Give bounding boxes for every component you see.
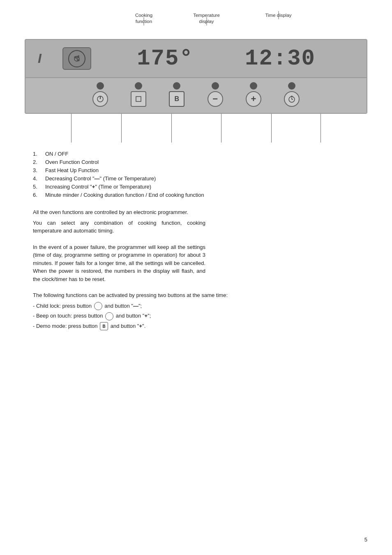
para-1-text-2: You can select any combination of cookin… xyxy=(33,219,205,235)
temperature-display-label: Temperature display xyxy=(189,12,224,25)
fast-heat-label: B xyxy=(175,95,180,103)
para-2: In the event of a power failure, the pro… xyxy=(33,243,205,283)
list-number-6: 6. xyxy=(33,192,43,198)
functions-intro: The following functions can be activated… xyxy=(33,291,367,299)
list-text-4: Decreasing Control "—" (Time or Temperat… xyxy=(45,175,156,182)
demo-btn1-icon: B xyxy=(100,322,108,330)
timer-button[interactable] xyxy=(284,91,300,107)
buttons-row: B − + xyxy=(25,78,367,113)
list-number-4: 4. xyxy=(33,175,43,182)
beep-touch-text: - Beep on touch: press button and button… xyxy=(33,312,367,320)
time-display-label: Time display xyxy=(263,12,294,18)
fast-heat-button-group: B xyxy=(169,82,184,107)
list-number-5: 5. xyxy=(33,184,43,190)
time-value: 12:30 xyxy=(223,46,338,71)
connector-4 xyxy=(221,114,221,143)
list-number-2: 2. xyxy=(33,159,43,165)
list-text-3: Fast Heat Up Function xyxy=(45,167,99,173)
button-indicator-6 xyxy=(288,82,295,90)
increase-icon: + xyxy=(251,94,256,104)
demo-mode-text: - Demo mode: press button B and button "… xyxy=(33,322,367,331)
button-indicator-2 xyxy=(135,82,142,90)
connector-6 xyxy=(321,114,321,143)
increase-button[interactable]: + xyxy=(246,91,261,107)
list-item-5: 5. Increasing Control "+" (Time or Tempe… xyxy=(33,184,367,190)
cooking-function-label: Cooking function xyxy=(129,12,158,25)
list-text-5: Increasing Control "+" (Time or Temperat… xyxy=(45,184,151,190)
cooking-function-icon xyxy=(67,50,87,68)
function-control-button[interactable] xyxy=(131,91,146,107)
decrease-button[interactable]: − xyxy=(208,91,223,107)
connector-5 xyxy=(271,114,272,143)
function-control-button-group xyxy=(131,82,146,107)
list-item-3: 3. Fast Heat Up Function xyxy=(33,167,367,173)
list-item-6: 6. Minute minder / Cooking duration func… xyxy=(33,192,367,198)
square-icon xyxy=(135,95,142,103)
para-1: All the oven functions are controlled by… xyxy=(33,208,205,235)
list-item-1: 1. ON / OFF xyxy=(33,151,367,157)
functions-section: The following functions can be activated… xyxy=(33,291,367,330)
connector-3 xyxy=(171,114,172,143)
decrease-button-group: − xyxy=(208,82,223,107)
fast-heat-button[interactable]: B xyxy=(169,91,184,107)
para-2-text: In the event of a power failure, the pro… xyxy=(33,243,205,283)
beep-btn1-icon xyxy=(105,312,113,320)
button-indicator-3 xyxy=(173,82,180,90)
list-text-1: ON / OFF xyxy=(45,151,68,157)
oven-panel: I 175° xyxy=(25,39,367,114)
on-off-button-group xyxy=(92,82,108,107)
child-lock-text: - Child lock: press button and button "—… xyxy=(33,302,367,311)
decrease-icon: − xyxy=(212,94,218,104)
list-text-6: Minute minder / Cooking duration functio… xyxy=(45,192,204,198)
timer-icon xyxy=(288,95,296,103)
page-number: 5 xyxy=(364,537,367,543)
list-text-2: Oven Function Control xyxy=(45,159,99,165)
connector-2 xyxy=(121,114,122,143)
svg-rect-4 xyxy=(136,97,141,101)
power-icon xyxy=(97,95,104,103)
connector-lines xyxy=(25,114,367,143)
temperature-value: 175° xyxy=(108,46,223,71)
list-number-3: 3. xyxy=(33,167,43,173)
list-section: 1. ON / OFF 2. Oven Function Control 3. … xyxy=(33,151,367,198)
button-indicator-4 xyxy=(212,82,219,90)
mode-indicator: I xyxy=(38,51,42,66)
increase-button-group: + xyxy=(246,82,261,107)
list-item-2: 2. Oven Function Control xyxy=(33,159,367,165)
button-indicator-1 xyxy=(97,82,104,90)
para-1-text: All the oven functions are controlled by… xyxy=(33,208,205,216)
button-indicator-5 xyxy=(250,82,257,90)
connector-1 xyxy=(71,114,71,143)
timer-button-group xyxy=(284,82,300,107)
list-number-1: 1. xyxy=(33,151,43,157)
child-lock-btn1-icon xyxy=(94,302,102,310)
cooking-function-display xyxy=(62,47,91,70)
display-row: I 175° xyxy=(25,40,367,78)
on-off-button[interactable] xyxy=(92,91,108,107)
list-item-4: 4. Decreasing Control "—" (Time or Tempe… xyxy=(33,175,367,182)
